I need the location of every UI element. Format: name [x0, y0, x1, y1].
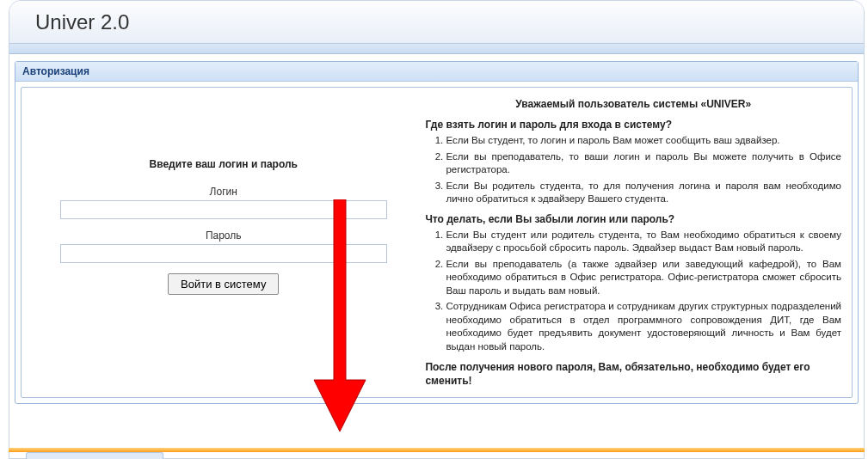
info-column: Уважаемый пользователь системы «UNIVER» …: [420, 93, 846, 392]
login-label: Логин: [210, 186, 237, 198]
password-input[interactable]: [60, 244, 387, 263]
list-item: Если Вы студент или родитель студента, т…: [446, 229, 841, 255]
bottom-tab-stub: [26, 452, 163, 459]
app-title: Univer 2.0: [35, 10, 129, 34]
auth-panel: Авторизация Введите ваш логин и пароль Л…: [15, 61, 859, 404]
info-list-1: Если Вы студент, то логин и пароль Вам м…: [425, 134, 841, 206]
list-item: Если Вы студент, то логин и пароль Вам м…: [446, 134, 841, 148]
header-subbar: [9, 44, 864, 54]
info-question-2: Что делать, если Вы забыли логин или пар…: [425, 213, 841, 225]
list-item: Сотрудникам Офиса регистратора и сотрудн…: [446, 300, 841, 353]
info-footnote: После получения нового пароля, Вам, обяз…: [425, 360, 841, 388]
login-form-title: Введите ваш логин и пароль: [150, 158, 298, 170]
login-form: Введите ваш логин и пароль Логин Пароль …: [27, 93, 420, 392]
login-button[interactable]: Войти в систему: [168, 273, 279, 295]
info-title: Уважаемый пользователь системы «UNIVER»: [425, 98, 841, 110]
info-list-2: Если Вы студент или родитель студента, т…: [425, 229, 841, 354]
password-label: Пароль: [206, 230, 242, 242]
info-question-1: Где взять логин и пароль для входа в сис…: [425, 119, 841, 131]
login-input[interactable]: [60, 200, 387, 219]
list-item: Если вы преподаватель (а также эдвайзер …: [446, 258, 841, 298]
auth-panel-title: Авторизация: [15, 62, 858, 82]
app-header: Univer 2.0: [9, 1, 864, 44]
list-item: Если вы преподаватель, то ваши логин и п…: [446, 150, 841, 177]
list-item: Если Вы родитель студента, то для получе…: [446, 180, 841, 206]
